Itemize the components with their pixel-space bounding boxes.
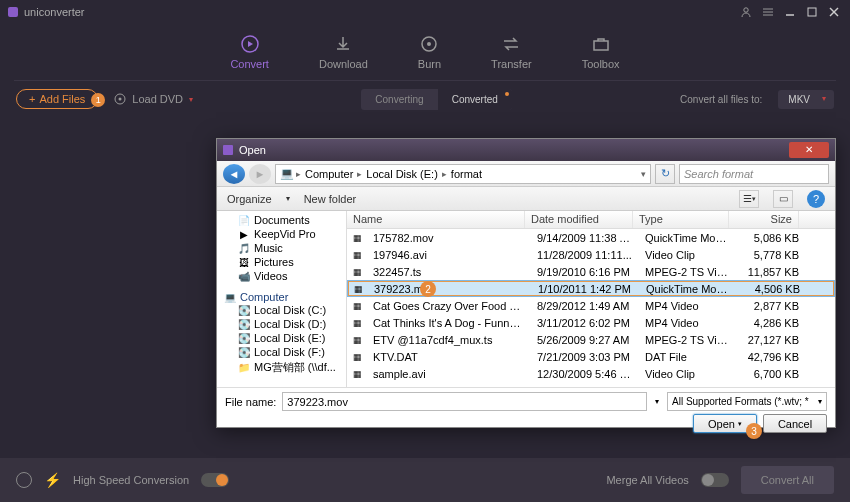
seg-converting[interactable]: Converting — [361, 89, 437, 110]
tree-item[interactable]: 📁MG营销部 (\\df... — [221, 359, 342, 376]
folder-icon: 📄 — [237, 214, 250, 226]
folder-icon: 📹 — [237, 270, 250, 282]
clock-icon[interactable] — [16, 472, 32, 488]
tree-item[interactable]: 🎵Music — [221, 241, 342, 255]
tree-item[interactable]: 💽Local Disk (F:) — [221, 345, 342, 359]
disc-icon — [114, 93, 126, 105]
file-row[interactable]: ▦Cat Goes Crazy Over Food Dispenser - Fu… — [347, 297, 835, 314]
file-icon: ▦ — [354, 283, 366, 295]
svg-rect-11 — [594, 41, 608, 50]
plus-icon: + — [29, 93, 35, 105]
folder-icon: 🎵 — [237, 242, 250, 254]
file-icon: ▦ — [353, 300, 365, 312]
search-input[interactable]: Search format — [679, 164, 829, 184]
tab-convert[interactable]: Convert — [230, 34, 269, 70]
menu-icon[interactable] — [760, 5, 776, 19]
computer-icon: 💻 — [280, 167, 294, 180]
col-size[interactable]: Size — [729, 211, 799, 228]
col-name[interactable]: Name — [347, 211, 525, 228]
tree-group-computer[interactable]: 💻Computer — [221, 289, 342, 303]
file-row[interactable]: ▦KTV.DAT7/21/2009 3:03 PMDAT File42,796 … — [347, 348, 835, 365]
file-icon: ▦ — [353, 249, 365, 261]
open-file-dialog: Open ✕ ◄ ► 💻 ▸ Computer ▸ Local Disk (E:… — [216, 138, 836, 428]
svg-rect-5 — [808, 8, 816, 16]
col-date[interactable]: Date modified — [525, 211, 633, 228]
help-button[interactable]: ? — [807, 190, 825, 208]
preview-pane-button[interactable]: ▭ — [773, 190, 793, 208]
drive-icon: 💽 — [237, 318, 250, 330]
new-folder-button[interactable]: New folder — [304, 193, 357, 205]
open-button[interactable]: Open ▾ 3 — [693, 414, 757, 433]
convert-icon — [240, 34, 260, 54]
tree-item[interactable]: 📹Videos — [221, 269, 342, 283]
tab-download[interactable]: Download — [319, 34, 368, 70]
load-dvd-button[interactable]: Load DVD ▾ — [114, 93, 193, 105]
file-icon: ▦ — [353, 266, 365, 278]
file-row[interactable]: ▦sample.avi12/30/2009 5:46 PMVideo Clip6… — [347, 365, 835, 382]
filter-select[interactable]: All Supported Formats (*.wtv; *▾ — [667, 392, 827, 411]
tree-item[interactable]: 📄Documents — [221, 213, 342, 227]
file-row[interactable]: ▦197946.avi11/28/2009 11:11...Video Clip… — [347, 246, 835, 263]
minimize-button[interactable] — [782, 5, 798, 19]
drive-icon: 💽 — [237, 346, 250, 358]
drive-icon: 💽 — [237, 332, 250, 344]
convert-all-button[interactable]: Convert All — [741, 466, 834, 494]
user-icon[interactable] — [738, 5, 754, 19]
annotation-1: 1 — [91, 93, 105, 107]
file-icon: ▦ — [353, 317, 365, 329]
file-icon: ▦ — [353, 368, 365, 380]
tree-item[interactable]: 💽Local Disk (D:) — [221, 317, 342, 331]
app-logo — [8, 7, 18, 17]
tree-item[interactable]: 🖼Pictures — [221, 255, 342, 269]
tab-burn[interactable]: Burn — [418, 34, 441, 70]
folder-tree: 📄Documents▶KeepVid Pro🎵Music🖼Pictures📹Vi… — [217, 211, 347, 387]
drive-icon: 📁 — [237, 362, 250, 374]
nav-forward-button[interactable]: ► — [249, 164, 271, 184]
maximize-button[interactable] — [804, 5, 820, 19]
svg-point-0 — [744, 8, 748, 12]
organize-menu[interactable]: Organize — [227, 193, 272, 205]
tree-item[interactable]: 💽Local Disk (C:) — [221, 303, 342, 317]
annotation-2: 2 — [420, 281, 436, 297]
seg-converted[interactable]: Converted — [438, 89, 512, 110]
svg-point-10 — [427, 42, 431, 46]
dialog-icon — [223, 145, 233, 155]
file-list: Name Date modified Type Size ▦175782.mov… — [347, 211, 835, 387]
file-row[interactable]: ▦379223.mov1/10/2011 1:42 PMQuickTime Mo… — [347, 280, 835, 297]
merge-label: Merge All Videos — [606, 474, 688, 486]
chevron-down-icon[interactable]: ▾ — [641, 169, 646, 179]
file-row[interactable]: ▦Cat Thinks It's A Dog - Funny Videos at… — [347, 314, 835, 331]
convert-all-to-label: Convert all files to: — [680, 94, 762, 105]
folder-icon: 🖼 — [237, 256, 250, 268]
filename-label: File name: — [225, 396, 276, 408]
filename-input[interactable] — [282, 392, 647, 411]
bolt-icon: ⚡ — [44, 472, 61, 488]
merge-toggle[interactable] — [701, 473, 729, 487]
col-type[interactable]: Type — [633, 211, 729, 228]
output-format-select[interactable]: MKV — [778, 90, 834, 109]
toolbox-icon — [591, 34, 611, 54]
tab-toolbox[interactable]: Toolbox — [582, 34, 620, 70]
status-segment: Converting Converted — [361, 89, 512, 110]
file-row[interactable]: ▦ETV @11a7cdf4_mux.ts5/26/2009 9:27 AMMP… — [347, 331, 835, 348]
file-icon: ▦ — [353, 334, 365, 346]
tree-item[interactable]: 💽Local Disk (E:) — [221, 331, 342, 345]
tab-transfer[interactable]: Transfer — [491, 34, 532, 70]
hsc-toggle[interactable] — [201, 473, 229, 487]
drive-icon: 💽 — [237, 304, 250, 316]
download-icon — [333, 34, 353, 54]
view-mode-button[interactable]: ☰▾ — [739, 190, 759, 208]
refresh-button[interactable]: ↻ — [655, 164, 675, 184]
cancel-button[interactable]: Cancel — [763, 414, 827, 433]
nav-back-button[interactable]: ◄ — [223, 164, 245, 184]
dialog-close-button[interactable]: ✕ — [789, 142, 829, 158]
file-row[interactable]: ▦175782.mov9/14/2009 11:38 AMQuickTime M… — [347, 229, 835, 246]
tree-item[interactable]: ▶KeepVid Pro — [221, 227, 342, 241]
close-button[interactable] — [826, 5, 842, 19]
annotation-3: 3 — [746, 423, 762, 439]
chevron-down-icon[interactable]: ▾ — [655, 397, 659, 406]
file-row[interactable]: ▦322457.ts9/19/2010 6:16 PMMPEG-2 TS Vid… — [347, 263, 835, 280]
add-files-button[interactable]: + Add Files 1 — [16, 89, 98, 109]
dialog-title: Open — [239, 144, 266, 156]
breadcrumb[interactable]: 💻 ▸ Computer ▸ Local Disk (E:) ▸ format … — [275, 164, 651, 184]
